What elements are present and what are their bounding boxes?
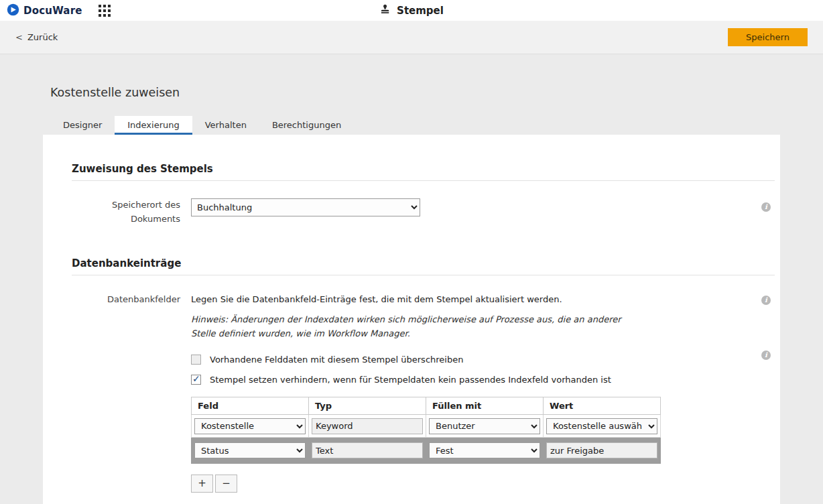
- action-toolbar: < Zurück Speichern: [0, 21, 823, 54]
- database-description: Legen Sie die Datenbankfeld-Einträge fes…: [191, 293, 661, 306]
- overwrite-option-row: Vorhandene Felddaten mit diesem Stempel …: [191, 355, 661, 365]
- table-row-actions: + −: [191, 475, 661, 493]
- feld-select[interactable]: Status: [194, 442, 306, 458]
- storage-location-row: Speicherort des Dokuments Buchhaltung: [72, 198, 775, 227]
- tab-berechtigungen[interactable]: Berechtigungen: [259, 116, 354, 135]
- database-hint: Hinweis: Änderungen der Indexdaten wirke…: [191, 313, 641, 341]
- add-row-button[interactable]: +: [191, 475, 213, 493]
- prevent-checkbox[interactable]: [191, 375, 201, 385]
- prevent-option-row: Stempel setzen verhindern, wenn für Stem…: [191, 375, 661, 385]
- back-button[interactable]: < Zurück: [15, 32, 58, 42]
- database-fields-content: Legen Sie die Datenbankfeld-Einträge fes…: [191, 293, 661, 493]
- typ-field[interactable]: [312, 442, 423, 458]
- app-title: Stempel: [397, 5, 444, 17]
- database-fields-table: Feld Typ Füllen mit Wert Kostenstelle Be…: [191, 397, 661, 464]
- column-header-typ: Typ: [309, 397, 426, 415]
- overwrite-checkbox[interactable]: [191, 355, 201, 365]
- column-header-wert: Wert: [544, 397, 661, 415]
- storage-location-select[interactable]: Buchhaltung: [191, 198, 420, 216]
- settings-panel: Zuweisung des Stempels Speicherort des D…: [43, 135, 780, 504]
- brand-name: DocuWare: [23, 5, 82, 17]
- info-icon[interactable]: [761, 351, 771, 360]
- database-fields-label: Datenbankfelder: [72, 293, 180, 493]
- stamp-icon: [379, 3, 391, 17]
- storage-location-label: Speicherort des Dokuments: [72, 198, 180, 227]
- prevent-label: Stempel setzen verhindern, wenn für Stem…: [210, 375, 611, 385]
- section-heading-database: Datenbankeinträge: [72, 257, 775, 275]
- column-header-feld: Feld: [192, 397, 309, 415]
- page-title: Kostenstelle zuweisen: [50, 86, 823, 99]
- table-row-selected: Status Fest: [192, 438, 661, 464]
- docuware-logo-icon: [7, 3, 19, 18]
- feld-select[interactable]: Kostenstelle: [194, 418, 306, 434]
- info-icon[interactable]: [761, 202, 771, 212]
- wert-select[interactable]: Kostenstelle auswäh: [546, 418, 657, 434]
- table-header-row: Feld Typ Füllen mit Wert: [192, 397, 661, 415]
- tab-bar: Designer Indexierung Verhalten Berechtig…: [50, 116, 823, 135]
- typ-field[interactable]: [312, 418, 423, 434]
- tab-designer[interactable]: Designer: [50, 116, 115, 135]
- column-header-fuellen-mit: Füllen mit: [426, 397, 544, 415]
- overwrite-label: Vorhandene Felddaten mit diesem Stempel …: [210, 355, 463, 365]
- back-label: Zurück: [27, 32, 58, 42]
- docuware-brand[interactable]: DocuWare: [7, 3, 82, 18]
- table-row: Kostenstelle Benutzer Kostenstelle auswä…: [192, 415, 661, 438]
- wert-field[interactable]: [546, 442, 657, 458]
- save-button[interactable]: Speichern: [728, 28, 808, 46]
- fuellen-mit-select[interactable]: Fest: [429, 442, 540, 458]
- database-fields-row: Datenbankfelder Legen Sie die Datenbankf…: [72, 293, 775, 493]
- page-header: Stempel: [379, 3, 444, 17]
- chevron-left-icon: <: [15, 32, 23, 42]
- top-bar: DocuWare Stempel: [0, 0, 823, 21]
- storage-location-control: Buchhaltung: [191, 198, 420, 227]
- tab-indexierung[interactable]: Indexierung: [115, 116, 192, 135]
- remove-row-button[interactable]: −: [215, 475, 237, 493]
- fuellen-mit-select[interactable]: Benutzer: [429, 418, 540, 434]
- tab-verhalten[interactable]: Verhalten: [192, 116, 259, 135]
- apps-grid-icon[interactable]: [99, 5, 111, 17]
- main-content: Kostenstelle zuweisen Designer Indexieru…: [0, 86, 823, 504]
- section-heading-assignment: Zuweisung des Stempels: [72, 163, 775, 181]
- info-icon[interactable]: [761, 296, 771, 305]
